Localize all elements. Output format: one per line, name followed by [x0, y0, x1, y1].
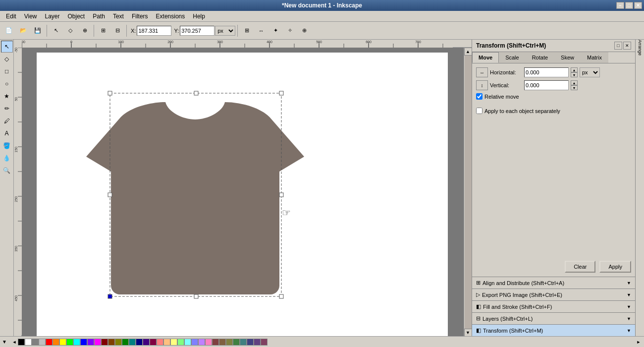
scroll-down-button[interactable]: ▼	[464, 329, 472, 336]
horizontal-spin-up[interactable]: ▲	[571, 67, 578, 72]
handle-tr[interactable]	[279, 91, 283, 95]
ungroup-button[interactable]: ⊟	[110, 24, 124, 38]
relative-move-checkbox[interactable]	[476, 93, 483, 100]
scroll-up-button[interactable]: ▲	[464, 48, 472, 56]
color-swatch-20[interactable]	[157, 339, 163, 346]
color-swatch-13[interactable]	[108, 339, 115, 346]
x-input[interactable]	[137, 26, 171, 36]
color-swatch-32[interactable]	[240, 339, 247, 346]
color-swatch-8[interactable]	[73, 339, 80, 346]
color-swatch-15[interactable]	[122, 339, 129, 346]
panel-header-layers[interactable]: ⊟ Layers (Shift+Ctrl+L) ▼	[472, 313, 635, 324]
color-swatch-12[interactable]	[101, 339, 108, 346]
color-swatch-1[interactable]	[25, 339, 32, 346]
color-swatch-21[interactable]	[163, 339, 170, 346]
color-swatch-35[interactable]	[261, 339, 268, 346]
clear-button[interactable]: Clear	[565, 261, 595, 273]
save-button[interactable]: 💾	[31, 24, 45, 38]
panel-header-align[interactable]: ⊞ Align and Distribute (Shift+Ctrl+A) ▼	[472, 277, 635, 289]
y-input[interactable]	[180, 26, 215, 36]
close-button[interactable]: ✕	[634, 2, 642, 9]
color-swatch-4[interactable]	[46, 339, 53, 346]
color-swatch-30[interactable]	[226, 339, 233, 346]
tab-rotate[interactable]: Rotate	[526, 52, 554, 63]
select-tool[interactable]: ↖	[49, 24, 63, 38]
relative-move-label[interactable]: Relative move	[484, 94, 519, 100]
handle-bl[interactable]	[108, 294, 112, 298]
text-tool[interactable]: A	[1, 127, 13, 139]
color-swatch-24[interactable]	[184, 339, 191, 346]
eyedropper[interactable]: 💧	[1, 152, 13, 164]
menu-item-object[interactable]: Object	[64, 12, 89, 21]
apply-button[interactable]: Apply	[599, 261, 631, 273]
pencil-tool[interactable]: ✏	[1, 103, 13, 115]
handle-tm[interactable]	[194, 91, 198, 95]
node-tool[interactable]: ◇	[63, 24, 77, 38]
vertical-input[interactable]	[524, 80, 569, 90]
horizontal-unit[interactable]: px mm cm in	[580, 67, 600, 77]
selector-tool[interactable]: ↖	[1, 41, 13, 53]
handle-br[interactable]	[279, 294, 283, 298]
palette-left-arrow[interactable]: ◄	[11, 339, 18, 346]
snap-toggle[interactable]: ✧	[283, 24, 297, 38]
apply-each-checkbox[interactable]	[476, 108, 483, 114]
color-swatch-28[interactable]	[212, 339, 219, 346]
minimize-button[interactable]: −	[616, 2, 624, 9]
pen-tool[interactable]: 🖊	[1, 115, 13, 127]
transform-toggle[interactable]: ↔	[254, 24, 268, 38]
menu-item-path[interactable]: Path	[89, 12, 109, 21]
menu-item-extensions[interactable]: Extensions	[152, 12, 189, 21]
color-swatch-16[interactable]	[129, 339, 136, 346]
color-swatch-17[interactable]	[136, 339, 143, 346]
menu-item-layer[interactable]: Layer	[41, 12, 63, 21]
apply-each-label[interactable]: Apply to each object separately	[484, 108, 560, 114]
color-swatch-7[interactable]	[66, 339, 73, 346]
vertical-spin-down[interactable]: ▼	[571, 85, 578, 90]
color-swatch-14[interactable]	[115, 339, 122, 346]
snap-button[interactable]: ✦	[268, 24, 282, 38]
color-swatch-25[interactable]	[191, 339, 198, 346]
ellipse-tool[interactable]: ○	[1, 78, 13, 90]
color-swatch-23[interactable]	[177, 339, 184, 346]
color-swatch-11[interactable]	[94, 339, 101, 346]
color-swatch-18[interactable]	[143, 339, 150, 346]
palette-right-arrow[interactable]: ►	[635, 339, 642, 346]
color-swatch-27[interactable]	[205, 339, 212, 346]
align-button[interactable]: ⊞	[240, 24, 254, 38]
handle-mr[interactable]	[279, 193, 283, 197]
color-swatch-9[interactable]	[80, 339, 87, 346]
color-swatch-3[interactable]	[39, 339, 46, 346]
horizontal-spin-down[interactable]: ▼	[571, 72, 578, 77]
handle-tl[interactable]	[108, 91, 112, 95]
panel-header-fill[interactable]: ◧ Fill and Stroke (Shift+Ctrl+F) ▼	[472, 301, 635, 312]
color-swatch-10[interactable]	[87, 339, 94, 346]
color-swatch-2[interactable]	[32, 339, 39, 346]
tab-skew[interactable]: Skew	[554, 52, 581, 63]
zoom-tool[interactable]: ⊕	[78, 24, 92, 38]
color-swatch-5[interactable]	[53, 339, 59, 346]
new-button[interactable]: 📄	[2, 24, 16, 38]
handle-bm[interactable]	[194, 294, 198, 298]
color-swatch-33[interactable]	[247, 339, 254, 346]
open-button[interactable]: 📂	[16, 24, 30, 38]
star-tool[interactable]: ★	[1, 90, 13, 102]
canvas-scroll[interactable]: ☞	[22, 48, 464, 336]
color-swatch-19[interactable]	[150, 339, 157, 346]
menu-item-help[interactable]: Help	[189, 12, 209, 21]
menu-item-filters[interactable]: Filters	[128, 12, 152, 21]
tab-move[interactable]: Move	[472, 52, 499, 63]
panel-detach-button[interactable]: □	[614, 42, 622, 50]
menu-item-edit[interactable]: Edit	[2, 12, 20, 21]
color-swatch-0[interactable]	[18, 339, 25, 346]
color-swatch-29[interactable]	[219, 339, 226, 346]
panel-header-transform[interactable]: ◧ Transform (Shift+Ctrl+M) ▼	[472, 325, 635, 336]
unit-select[interactable]: px mm cm in	[215, 26, 235, 36]
scroll-track[interactable]	[465, 56, 472, 329]
rect-tool[interactable]: □	[1, 65, 13, 77]
node-edit-tool[interactable]: ◇	[1, 53, 13, 65]
color-swatch-31[interactable]	[233, 339, 240, 346]
panel-close-button[interactable]: ✕	[623, 42, 631, 50]
group-button[interactable]: ⊞	[96, 24, 110, 38]
handle-ml[interactable]	[108, 193, 112, 197]
color-swatch-22[interactable]	[170, 339, 177, 346]
